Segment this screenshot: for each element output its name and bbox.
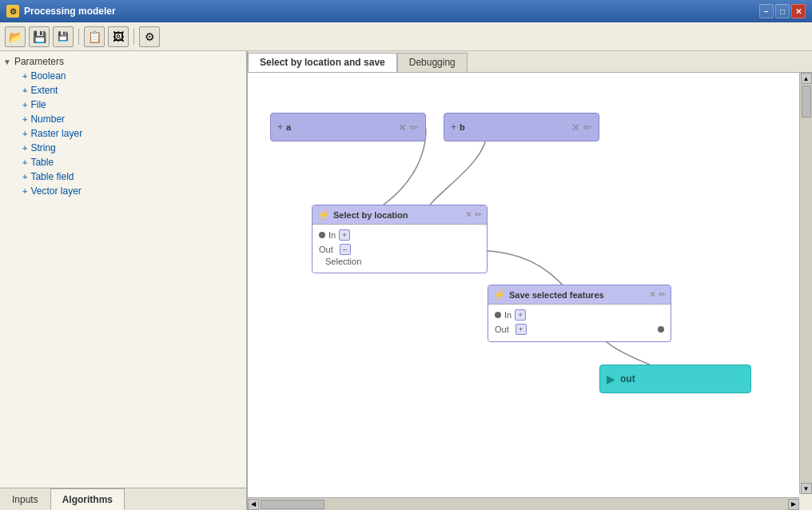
canvas-tabs: Select by location and save Debugging [248, 51, 812, 73]
vertical-scrollbar[interactable]: ▲ ▼ [799, 73, 812, 494]
node-select-by-location[interactable]: ⚡ Select by location ✕ ✏ In + Out [312, 205, 488, 273]
export-image-button[interactable]: 🖼 [108, 26, 129, 47]
toolbar-separator-2 [133, 29, 134, 45]
select-node-close-icon[interactable]: ✕ [465, 209, 472, 220]
window-controls: − □ ✕ [759, 4, 806, 18]
scroll-horizontal-track [259, 498, 788, 510]
node-save-selected-features[interactable]: ⚡ Save selected features ✕ ✏ In + Out [488, 285, 671, 342]
tree-item-number-label: Number [30, 114, 65, 125]
horizontal-scrollbar[interactable]: ◀ ▶ [248, 497, 799, 510]
title-bar: ⚙ Processing modeler − □ ✕ [0, 0, 812, 22]
tree-item-string-label: String [30, 142, 55, 153]
open-button[interactable]: 📂 [5, 26, 26, 47]
plus-icon-vector-layer: + [22, 186, 27, 196]
tree-item-boolean[interactable]: + Boolean [3, 69, 243, 83]
node-select-body: In + Out − Selection [312, 225, 487, 273]
save-out-port [658, 326, 664, 333]
canvas-tab-main[interactable]: Select by location and save [248, 53, 397, 72]
save-node-edit-icon[interactable]: ✏ [659, 289, 666, 300]
plus-icon-table-field: + [22, 172, 27, 181]
select-in-plus[interactable]: + [339, 229, 350, 241]
plus-icon-raster-layer: + [22, 129, 27, 138]
tree-item-table-field-label: Table field [30, 171, 74, 182]
node-select-in-row: In + [319, 229, 480, 241]
tree-item-table[interactable]: + Table [3, 155, 243, 169]
node-save-out-row: Out + [495, 324, 664, 335]
node-save-in-row: In + [495, 309, 664, 321]
scroll-vertical-thumb[interactable] [802, 86, 811, 118]
node-out[interactable]: ▶ out [599, 365, 751, 393]
save-in-port [495, 312, 501, 318]
canvas-tab-debugging[interactable]: Debugging [397, 53, 468, 72]
node-b-plus-icon: + [451, 122, 456, 133]
node-b[interactable]: + b ✕ ✏ [444, 113, 599, 141]
save-in-label: In [504, 310, 511, 320]
scroll-horizontal-thumb[interactable] [261, 500, 324, 509]
select-in-label: In [328, 230, 336, 240]
node-save-body: In + Out + [488, 305, 671, 341]
tree-item-raster-layer[interactable]: + Raster layer [3, 126, 243, 141]
node-a-close-icon[interactable]: ✕ [398, 122, 407, 133]
node-b-label: b [460, 122, 571, 132]
scroll-right-button[interactable]: ▶ [788, 499, 799, 510]
save-out-plus[interactable]: + [515, 324, 527, 335]
tree-item-boolean-label: Boolean [30, 70, 66, 82]
canvas-wrapper: + a ✕ ✏ + b ✕ ✏ [248, 73, 812, 510]
copy-button[interactable]: 📋 [84, 26, 105, 47]
tree-item-table-field[interactable]: + Table field [3, 169, 243, 184]
tab-inputs[interactable]: Inputs [0, 488, 50, 510]
save-node-title: Save selected features [509, 290, 649, 300]
minimize-button[interactable]: − [759, 4, 774, 18]
select-in-port [319, 232, 325, 238]
tree-item-raster-layer-label: Raster layer [30, 128, 82, 139]
bottom-tabs: Inputs Algorithms [0, 488, 246, 510]
save-button[interactable]: 💾 [29, 26, 50, 47]
node-b-edit-icon[interactable]: ✏ [583, 122, 592, 133]
out-arrow-icon: ▶ [607, 373, 615, 385]
toolbar: 📂 💾 💾 📋 🖼 ⚙ [0, 22, 812, 51]
node-b-close-icon[interactable]: ✕ [571, 122, 580, 133]
tree-root-parameters[interactable]: ▼ Parameters [3, 54, 243, 69]
plus-icon-string: + [22, 143, 27, 153]
tree-item-file[interactable]: + File [3, 98, 243, 112]
scroll-down-button[interactable]: ▼ [801, 483, 812, 494]
node-select-out-row: Out − [319, 244, 480, 255]
plus-icon-file: + [22, 100, 27, 110]
save-in-plus[interactable]: + [515, 309, 526, 321]
maximize-button[interactable]: □ [775, 4, 790, 18]
toolbar-separator-1 [78, 29, 79, 45]
tree-item-vector-layer-label: Vector layer [30, 185, 81, 197]
node-a-edit-icon[interactable]: ✏ [410, 122, 419, 133]
tree-area: ▼ Parameters + Boolean + Extent + File +… [0, 51, 246, 488]
tab-algorithms[interactable]: Algorithms [50, 488, 125, 510]
save-node-close-icon[interactable]: ✕ [649, 289, 656, 300]
expand-icon: ▼ [3, 58, 11, 66]
select-node-tool-icon: ⚡ [317, 209, 330, 221]
plus-icon-boolean: + [22, 71, 27, 81]
canvas-content: + a ✕ ✏ + b ✕ ✏ [248, 73, 799, 497]
tree-item-extent[interactable]: + Extent [3, 83, 243, 98]
select-out-minus[interactable]: − [340, 244, 351, 255]
out-label: out [620, 373, 635, 384]
plus-icon-number: + [22, 114, 27, 124]
tree-item-file-label: File [30, 99, 46, 110]
scroll-left-button[interactable]: ◀ [248, 499, 259, 510]
save-as-button[interactable]: 💾 [53, 26, 74, 47]
node-save-header: ⚡ Save selected features ✕ ✏ [488, 285, 671, 305]
node-a[interactable]: + a ✕ ✏ [270, 113, 426, 141]
select-node-edit-icon[interactable]: ✏ [475, 209, 482, 220]
tree-item-number[interactable]: + Number [3, 112, 243, 126]
tree-root-label: Parameters [14, 56, 64, 67]
tree-item-vector-layer[interactable]: + Vector layer [3, 184, 243, 198]
select-node-title: Select by location [333, 210, 465, 220]
scroll-up-button[interactable]: ▲ [801, 73, 812, 84]
run-button[interactable]: ⚙ [139, 26, 160, 47]
node-a-plus-icon: + [277, 122, 283, 133]
save-node-tool-icon: ⚡ [493, 289, 506, 301]
scroll-vertical-track [800, 84, 812, 483]
tree-item-string[interactable]: + String [3, 141, 243, 155]
main-layout: ▼ Parameters + Boolean + Extent + File +… [0, 51, 812, 510]
node-a-label: a [286, 122, 398, 132]
close-button[interactable]: ✕ [791, 4, 806, 18]
node-select-selection-row: Selection [319, 257, 480, 266]
